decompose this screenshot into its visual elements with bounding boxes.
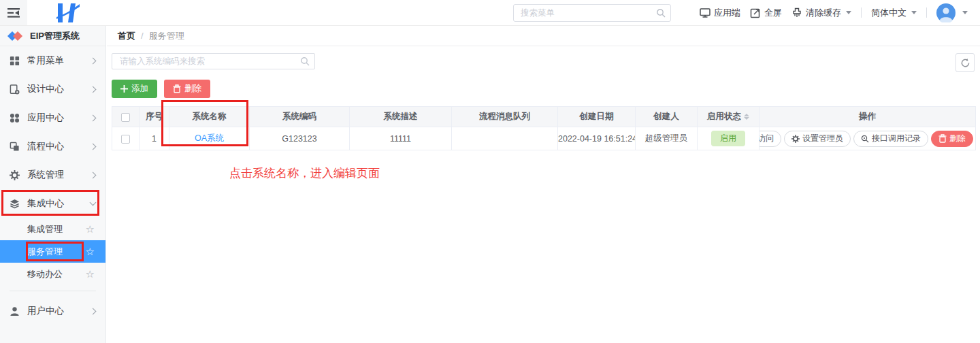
clear-cache-button[interactable]: 清除缓存 (791, 7, 851, 19)
breadcrumb-home[interactable]: 首页 (118, 30, 135, 42)
eip-logo-icon (8, 31, 23, 42)
sidebar-subitem-label: 集成管理 (27, 223, 86, 235)
sidebar-item-label: 用户中心 (27, 305, 83, 317)
sidebar-subitem-service-management[interactable]: 服务管理 ☆ (0, 240, 105, 263)
set-admin-button-label: 设置管理员 (802, 133, 843, 144)
sidebar-item-integration-center[interactable]: 集成中心 (0, 189, 105, 218)
document-plus-icon (9, 84, 20, 95)
status-badge: 启用 (711, 131, 745, 146)
divider (861, 7, 862, 18)
brand-logo[interactable] (56, 3, 80, 23)
breadcrumb-separator: / (141, 31, 144, 41)
sidebar-item-label: 系统管理 (27, 169, 83, 181)
sidebar-item-label: 集成中心 (27, 197, 83, 210)
fullscreen-button[interactable]: 全屏 (750, 7, 782, 19)
column-header-index: 序号 (140, 107, 169, 127)
collapse-menu-icon (7, 8, 20, 18)
chevron-down-icon (962, 11, 968, 14)
chevron-right-icon (90, 114, 97, 121)
zoom-icon (861, 135, 869, 143)
app-client-button[interactable]: 应用端 (700, 7, 740, 19)
row-delete-button[interactable]: 删除 (931, 131, 973, 147)
app-client-label: 应用端 (714, 7, 740, 19)
app-title: EIP管理系统 (30, 30, 80, 42)
star-icon[interactable]: ☆ (86, 224, 95, 234)
creator-cell: 超级管理员 (636, 127, 698, 150)
select-all-checkbox[interactable] (121, 113, 130, 122)
plus-icon (120, 85, 128, 93)
star-icon[interactable]: ☆ (86, 246, 95, 257)
refresh-button[interactable] (956, 53, 975, 72)
user-menu[interactable] (936, 3, 968, 22)
topbar-actions: 应用端 全屏 清除缓存 简体中文 (513, 3, 980, 22)
sidebar-item-design-center[interactable]: 设计中心 (0, 75, 105, 103)
column-header-creator: 创建人 (636, 107, 698, 127)
search-icon (300, 56, 310, 69)
column-header-actions: 操作 (760, 107, 976, 127)
visit-button[interactable]: 访问 (760, 131, 782, 147)
column-header-message-queue: 流程消息队列 (452, 107, 558, 127)
api-call-log-button-label: 接口调用记录 (872, 133, 921, 144)
sidebar-subitem-label: 服务管理 (27, 246, 86, 258)
created-date-cell: 2022-04-19 16:51:24 (558, 127, 636, 150)
row-delete-button-label: 删除 (949, 133, 966, 144)
gear-icon (791, 135, 800, 143)
sidebar-item-common-menu[interactable]: 常用菜单 (0, 46, 105, 75)
column-header-system-desc: 系统描述 (350, 107, 452, 127)
services-table: 序号 系统名称 系统编码 系统描述 流程消息队列 创建日期 创建人 启用状态 操… (112, 106, 976, 150)
content-area: 添加 删除 序号 系统名称 (107, 46, 980, 150)
fullscreen-label: 全屏 (764, 7, 782, 19)
sidebar-collapse-button[interactable] (0, 0, 27, 25)
sidebar-item-system-management[interactable]: 系统管理 (0, 161, 105, 189)
topbar: 应用端 全屏 清除缓存 简体中文 (0, 0, 980, 26)
language-selector[interactable]: 简体中文 (871, 7, 917, 19)
sidebar-header: EIP管理系统 (0, 26, 105, 46)
clear-cache-label: 清除缓存 (806, 7, 841, 19)
sidebar-subitem-label: 移动办公 (27, 268, 86, 280)
copy-icon (9, 141, 20, 152)
chevron-down-icon (846, 11, 851, 14)
app-center-icon (9, 112, 20, 123)
search-icon (656, 8, 666, 20)
monitor-icon (700, 7, 710, 18)
sidebar-item-process-center[interactable]: 流程中心 (0, 132, 105, 161)
chevron-right-icon (90, 86, 97, 93)
gear-icon (9, 169, 20, 180)
sidebar: EIP管理系统 常用菜单 设计中心 应用中心 (0, 26, 106, 343)
sidebar-item-label: 应用中心 (27, 112, 83, 124)
breadcrumb: 首页 / 服务管理 (107, 26, 980, 46)
sidebar-item-app-center[interactable]: 应用中心 (0, 103, 105, 132)
add-button-label: 添加 (131, 83, 148, 95)
row-index: 1 (140, 127, 169, 150)
column-header-status[interactable]: 启用状态 (698, 107, 760, 127)
sidebar-subitem-mobile-office[interactable]: 移动办公 ☆ (0, 263, 105, 285)
system-name-link[interactable]: OA系统 (195, 133, 224, 143)
refresh-icon (960, 58, 970, 68)
set-admin-button[interactable]: 设置管理员 (784, 131, 851, 147)
trash-icon (173, 84, 181, 93)
divider (926, 7, 927, 18)
delete-button-label: 删除 (184, 83, 201, 95)
h-logo-icon (56, 3, 80, 23)
api-call-log-button[interactable]: 接口调用记录 (853, 131, 928, 147)
chevron-down-icon (911, 11, 917, 14)
message-queue-cell (452, 127, 558, 150)
table-row: 1 OA系统 G123123 11111 2022-04-19 16:51:24… (112, 127, 976, 150)
add-button[interactable]: 添加 (112, 80, 157, 98)
chevron-right-icon (90, 172, 97, 178)
sidebar-item-label: 设计中心 (27, 83, 83, 95)
annotation-text: 点击系统名称，进入编辑页面 (229, 165, 380, 181)
system-code-search-input[interactable] (112, 53, 315, 69)
chevron-down-icon (90, 199, 97, 206)
menu-search-input[interactable] (513, 4, 671, 22)
sidebar-subitem-integration-management[interactable]: 集成管理 ☆ (0, 218, 105, 240)
row-checkbox[interactable] (121, 135, 130, 144)
sort-icon[interactable] (744, 114, 749, 120)
column-header-created-date: 创建日期 (558, 107, 636, 127)
fullscreen-icon (750, 7, 761, 18)
trash-icon (938, 134, 947, 143)
sidebar-item-user-center[interactable]: 用户中心 (0, 297, 105, 325)
star-icon[interactable]: ☆ (86, 269, 95, 279)
system-code-search (112, 53, 315, 69)
delete-button[interactable]: 删除 (164, 80, 210, 98)
